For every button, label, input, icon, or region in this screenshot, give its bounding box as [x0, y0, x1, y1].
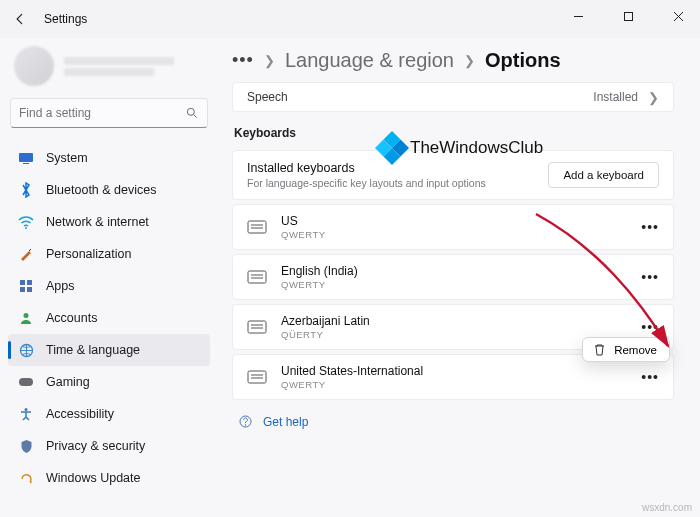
svg-point-6 — [25, 227, 27, 229]
add-keyboard-button[interactable]: Add a keyboard — [548, 162, 659, 188]
window-controls — [562, 6, 694, 26]
svg-rect-18 — [248, 271, 266, 283]
clock-globe-icon — [18, 342, 34, 358]
svg-point-11 — [24, 313, 29, 318]
system-icon — [18, 150, 34, 166]
maximize-button[interactable] — [612, 6, 644, 26]
svg-line-3 — [194, 115, 197, 118]
accessibility-icon — [18, 406, 34, 422]
keyboard-icon — [247, 269, 267, 285]
sidebar-item-apps[interactable]: Apps — [8, 270, 210, 302]
svg-rect-4 — [19, 153, 33, 162]
wifi-icon — [18, 214, 34, 230]
shield-icon — [18, 438, 34, 454]
sidebar-item-network[interactable]: Network & internet — [8, 206, 210, 238]
remove-label: Remove — [614, 344, 657, 356]
keyboard-row-english-india: English (India)QWERTY ••• — [232, 254, 674, 300]
apps-icon — [18, 278, 34, 294]
back-button[interactable] — [4, 3, 36, 35]
sidebar: System Bluetooth & devices Network & int… — [0, 38, 218, 517]
chevron-right-icon: ❯ — [264, 53, 275, 68]
gaming-icon — [18, 374, 34, 390]
sidebar-item-time-language[interactable]: Time & language — [8, 334, 210, 366]
breadcrumb: ••• ❯ Language & region ❯ Options — [232, 38, 674, 82]
installed-title: Installed keyboards — [247, 161, 486, 175]
speech-label: Speech — [247, 90, 288, 104]
main-content: ••• ❯ Language & region ❯ Options Speech… — [218, 38, 700, 517]
breadcrumb-more[interactable]: ••• — [232, 50, 254, 71]
installed-subtitle: For language-specific key layouts and in… — [247, 177, 486, 189]
svg-rect-8 — [27, 280, 32, 285]
remove-popup[interactable]: Remove — [582, 337, 670, 362]
search-input[interactable] — [10, 98, 208, 128]
get-help-link[interactable]: Get help — [232, 414, 674, 429]
sidebar-item-bluetooth[interactable]: Bluetooth & devices — [8, 174, 210, 206]
footer-watermark: wsxdn.com — [642, 502, 692, 513]
more-options-button[interactable]: ••• — [641, 269, 659, 285]
help-icon — [238, 414, 253, 429]
sidebar-item-windows-update[interactable]: Windows Update — [8, 462, 210, 494]
keyboards-section-label: Keyboards — [234, 126, 674, 140]
svg-rect-9 — [20, 287, 25, 292]
minimize-button[interactable] — [562, 6, 594, 26]
speech-card[interactable]: Speech Installed❯ — [232, 82, 674, 112]
sidebar-item-system[interactable]: System — [8, 142, 210, 174]
svg-rect-7 — [20, 280, 25, 285]
keyboard-row-us: USQWERTY ••• — [232, 204, 674, 250]
svg-rect-15 — [248, 221, 266, 233]
arrow-left-icon — [13, 12, 27, 26]
more-options-button[interactable]: ••• — [641, 319, 659, 335]
svg-point-14 — [25, 408, 28, 411]
window-title: Settings — [44, 12, 87, 26]
svg-point-2 — [187, 108, 194, 115]
svg-rect-5 — [23, 163, 29, 164]
sidebar-item-personalization[interactable]: Personalization — [8, 238, 210, 270]
svg-rect-21 — [248, 321, 266, 333]
breadcrumb-parent[interactable]: Language & region — [285, 49, 454, 72]
svg-rect-10 — [27, 287, 32, 292]
keyboard-icon — [247, 369, 267, 385]
breadcrumb-current: Options — [485, 49, 561, 72]
bluetooth-icon — [18, 182, 34, 198]
search-field[interactable] — [19, 106, 185, 120]
nav-list: System Bluetooth & devices Network & int… — [8, 142, 210, 494]
sidebar-item-accessibility[interactable]: Accessibility — [8, 398, 210, 430]
chevron-right-icon: ❯ — [464, 53, 475, 68]
search-icon — [185, 106, 199, 120]
close-button[interactable] — [662, 6, 694, 26]
svg-rect-1 — [624, 12, 632, 20]
installed-keyboards-card: Installed keyboards For language-specifi… — [232, 150, 674, 200]
more-options-button[interactable]: ••• — [641, 219, 659, 235]
svg-point-28 — [245, 424, 246, 425]
paint-icon — [18, 246, 34, 262]
sidebar-item-accounts[interactable]: Accounts — [8, 302, 210, 334]
keyboard-icon — [247, 219, 267, 235]
update-icon — [18, 470, 34, 486]
sidebar-item-gaming[interactable]: Gaming — [8, 366, 210, 398]
more-options-button[interactable]: ••• — [641, 369, 659, 385]
svg-rect-24 — [248, 371, 266, 383]
person-icon — [18, 310, 34, 326]
keyboard-icon — [247, 319, 267, 335]
profile-block[interactable] — [8, 44, 210, 88]
sidebar-item-privacy[interactable]: Privacy & security — [8, 430, 210, 462]
trash-icon — [593, 343, 606, 356]
avatar — [14, 46, 54, 86]
svg-rect-13 — [19, 378, 33, 386]
chevron-right-icon: ❯ — [648, 90, 659, 105]
